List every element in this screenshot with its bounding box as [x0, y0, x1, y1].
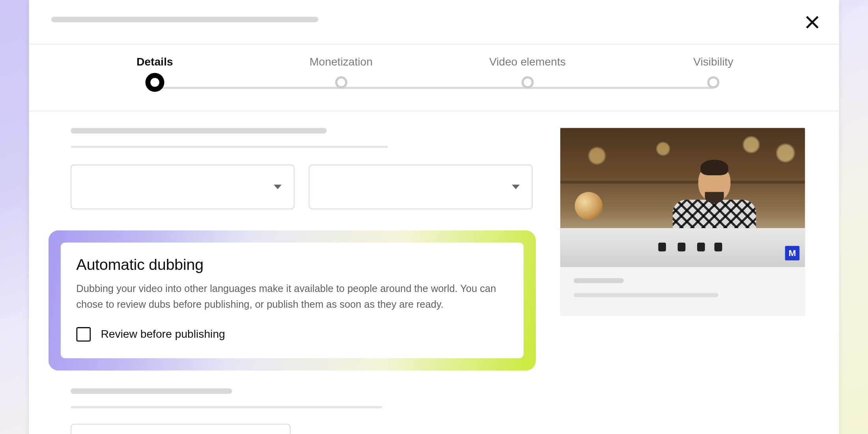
preview-label-placeholder: [574, 278, 624, 283]
dropdown-field-2[interactable]: [309, 165, 533, 209]
dialog-header: [29, 0, 839, 45]
step-label: Video elements: [489, 56, 566, 68]
close-button[interactable]: [802, 12, 822, 32]
checkbox-icon: [76, 327, 91, 342]
step-video-elements[interactable]: Video elements: [489, 56, 566, 88]
select-row: [71, 165, 532, 209]
step-visibility[interactable]: Visibility: [693, 56, 733, 88]
dropdown-field-1[interactable]: [71, 165, 294, 209]
step-label: Visibility: [693, 56, 733, 68]
review-before-publishing-option[interactable]: Review before publishing: [76, 327, 508, 342]
dialog-body: Automatic dubbing Dubbing your video int…: [29, 111, 839, 434]
preview-meta: [560, 267, 805, 316]
step-dot: [521, 76, 533, 88]
close-icon: [804, 14, 821, 30]
automatic-dubbing-highlight: Automatic dubbing Dubbing your video int…: [49, 230, 536, 370]
video-preview-card: M: [560, 128, 805, 316]
step-dot: [335, 76, 347, 88]
step-label: Monetization: [310, 56, 373, 68]
stepper: Details Monetization Video elements Visi…: [29, 45, 839, 111]
section-heading-placeholder: [71, 128, 327, 133]
step-dot: [707, 76, 719, 88]
input-field[interactable]: [71, 424, 290, 434]
section-heading-placeholder: [71, 388, 232, 394]
chevron-down-icon: [274, 185, 282, 189]
step-dot-active: [145, 73, 164, 92]
preview-value-placeholder: [574, 293, 718, 297]
section-subtext-placeholder: [71, 406, 382, 408]
thumbnail-badge: M: [785, 246, 800, 260]
video-thumbnail[interactable]: M: [560, 128, 805, 267]
step-label: Details: [137, 56, 173, 68]
stepper-track: [155, 87, 713, 89]
section-subtext-placeholder: [71, 146, 388, 148]
automatic-dubbing-card: Automatic dubbing Dubbing your video int…: [61, 243, 524, 358]
details-form: Automatic dubbing Dubbing your video int…: [71, 128, 532, 434]
chevron-down-icon: [512, 185, 520, 189]
dialog-title-placeholder: [51, 17, 318, 22]
step-monetization[interactable]: Monetization: [310, 56, 373, 88]
dubbing-title: Automatic dubbing: [76, 256, 508, 274]
upload-dialog: Details Monetization Video elements Visi…: [29, 0, 839, 434]
dubbing-description: Dubbing your video into other languages …: [76, 281, 508, 312]
step-details[interactable]: Details: [137, 56, 173, 95]
checkbox-label: Review before publishing: [101, 328, 225, 340]
preview-column: M: [560, 128, 805, 434]
